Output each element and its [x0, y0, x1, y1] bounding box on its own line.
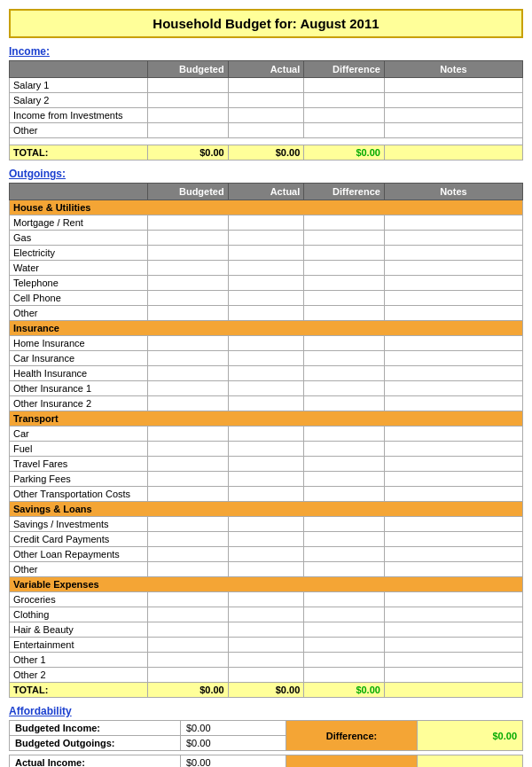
outgoings-total-budgeted: $0.00 — [148, 683, 229, 698]
table-row: Travel Fares — [10, 457, 523, 472]
table-row: Home Insurance — [10, 336, 523, 351]
table-row: Electricity — [10, 246, 523, 261]
table-row: Mortgage / Rent — [10, 215, 523, 231]
actual-difference-label: Difference: — [286, 755, 417, 768]
page-title: Household Budget for: August 2011 — [9, 9, 523, 38]
category-row: Variable Expenses — [10, 577, 523, 592]
category-row: Savings & Loans — [10, 502, 523, 517]
budgeted-income-label: Budgeted Income: — [10, 721, 181, 736]
income-section-label: Income: — [9, 45, 523, 58]
actual-income-value: $0.00 — [181, 755, 286, 768]
affordability-table: Budgeted Income: $0.00 Difference: $0.00… — [9, 720, 523, 751]
table-row: Other — [10, 562, 523, 577]
outgoings-total-difference: $0.00 — [304, 683, 385, 698]
table-row: Groceries — [10, 592, 523, 607]
title-text: Household Budget for: August 2011 — [153, 16, 379, 31]
outgoings-total-actual: $0.00 — [228, 683, 304, 698]
table-row: Savings / Investments — [10, 517, 523, 532]
income-total-label: TOTAL: — [10, 145, 148, 160]
actual-difference-value: $0.00 — [418, 755, 523, 768]
table-row: Cell Phone — [10, 291, 523, 306]
table-row: Health Insurance — [10, 366, 523, 381]
income-total-budgeted: $0.00 — [148, 145, 229, 160]
outgoings-table: Budgeted Actual Difference Notes House &… — [9, 183, 523, 698]
out-col-label — [10, 184, 148, 200]
table-row: Car — [10, 427, 523, 442]
spacer-row — [10, 138, 523, 145]
outgoings-total-label: TOTAL: — [10, 683, 148, 698]
category-row: House & Utilities — [10, 200, 523, 215]
budgeted-outgoings-label: Budgeted Outgoings: — [10, 736, 181, 751]
table-row: Salary 1 — [10, 78, 523, 93]
out-col-difference: Difference — [304, 184, 385, 200]
income-total-difference: $0.00 — [304, 145, 385, 160]
table-row: Gas — [10, 231, 523, 246]
table-row: Fuel — [10, 442, 523, 457]
out-col-budgeted: Budgeted — [148, 184, 229, 200]
budgeted-difference-label: Difference: — [286, 721, 417, 751]
income-col-label — [10, 61, 148, 78]
table-row: Other — [10, 123, 523, 138]
budgeted-income-value: $0.00 — [181, 721, 286, 736]
category-row: Insurance — [10, 321, 523, 336]
table-row: Water — [10, 261, 523, 276]
income-total-actual: $0.00 — [228, 145, 304, 160]
table-row: Income from Investments — [10, 108, 523, 123]
table-row: Other Insurance 1 — [10, 381, 523, 396]
table-row: Parking Fees — [10, 472, 523, 487]
affordability-actual-income-row: Actual Income: $0.00 Difference: $0.00 — [10, 755, 523, 768]
table-row: Credit Card Payments — [10, 532, 523, 547]
table-row: Other 1 — [10, 653, 523, 668]
table-row: Other — [10, 306, 523, 321]
affordability-budgeted-row: Budgeted Income: $0.00 Difference: $0.00 — [10, 721, 523, 736]
table-row: Telephone — [10, 276, 523, 291]
table-row: Salary 2 — [10, 93, 523, 108]
out-col-actual: Actual — [228, 184, 304, 200]
table-row: Other Loan Repayments — [10, 547, 523, 562]
affordability-actual-table: Actual Income: $0.00 Difference: $0.00 A… — [9, 755, 523, 767]
outgoings-total-row: TOTAL: $0.00 $0.00 $0.00 — [10, 683, 523, 698]
budgeted-outgoings-value: $0.00 — [181, 736, 286, 751]
table-row: Other Transportation Costs — [10, 487, 523, 502]
outgoings-section-label: Outgoings: — [9, 168, 523, 180]
income-col-difference: Difference — [304, 61, 385, 78]
category-row: Transport — [10, 411, 523, 427]
table-row: Entertainment — [10, 638, 523, 653]
income-col-notes: Notes — [384, 61, 522, 78]
budgeted-difference-value: $0.00 — [418, 721, 523, 751]
income-col-actual: Actual — [228, 61, 304, 78]
table-row: Car Insurance — [10, 351, 523, 366]
income-col-budgeted: Budgeted — [148, 61, 229, 78]
out-col-notes: Notes — [384, 184, 522, 200]
table-row: Clothing — [10, 607, 523, 622]
income-table: Budgeted Actual Difference Notes Salary … — [9, 60, 523, 160]
table-row: Other Insurance 2 — [10, 396, 523, 411]
actual-income-label: Actual Income: — [10, 755, 181, 768]
income-total-row: TOTAL: $0.00 $0.00 $0.00 — [10, 145, 523, 160]
table-row: Hair & Beauty — [10, 622, 523, 638]
table-row: Other 2 — [10, 668, 523, 683]
affordability-section-label: Affordability — [9, 705, 523, 717]
